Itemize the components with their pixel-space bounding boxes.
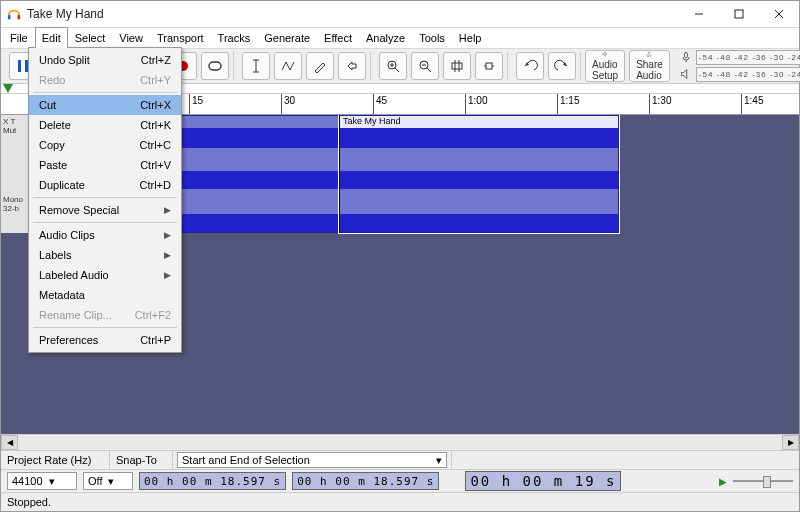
menu-tools[interactable]: Tools <box>412 28 452 48</box>
trim-button[interactable] <box>443 52 471 80</box>
playhead[interactable] <box>339 115 340 233</box>
chevron-down-icon: ▾ <box>49 475 55 488</box>
menu-view[interactable]: View <box>112 28 150 48</box>
svg-rect-6 <box>18 60 21 72</box>
svg-line-21 <box>395 68 399 72</box>
menu-item-labeled-audio[interactable]: Labeled Audio▶ <box>29 265 181 285</box>
menu-item-remove-special[interactable]: Remove Special▶ <box>29 200 181 220</box>
svg-rect-3 <box>735 10 743 18</box>
envelope-tool-button[interactable] <box>274 52 302 80</box>
submenu-arrow-icon: ▶ <box>164 250 171 260</box>
ruler-tick: 1:15 <box>557 94 558 114</box>
share-audio-button[interactable]: Share Audio <box>629 50 670 82</box>
audio-clip-selected[interactable]: Take My Hand <box>339 115 619 233</box>
audio-setup-label: Audio Setup <box>592 59 618 81</box>
snap-to-combo[interactable]: Off▾ <box>83 472 133 490</box>
minimize-button[interactable] <box>679 1 719 27</box>
silence-button[interactable] <box>475 52 503 80</box>
window-title: Take My Hand <box>27 7 679 21</box>
maximize-button[interactable] <box>719 1 759 27</box>
position-field[interactable]: 00 h 00 m 19 s <box>465 471 621 491</box>
menu-item-redo: RedoCtrl+Y <box>29 70 181 90</box>
chevron-down-icon: ▾ <box>108 475 114 488</box>
play-at-speed-button[interactable]: ▶ <box>719 476 727 487</box>
menu-item-cut[interactable]: CutCtrl+X <box>29 95 181 115</box>
menu-item-paste[interactable]: PasteCtrl+V <box>29 155 181 175</box>
project-rate-label: Project Rate (Hz) <box>1 451 110 469</box>
undo-button[interactable] <box>516 52 544 80</box>
chevron-down-icon: ▾ <box>436 454 442 467</box>
track-close-label: X T <box>3 117 28 126</box>
close-button[interactable] <box>759 1 799 27</box>
svg-rect-35 <box>684 52 687 57</box>
track-mute-label: Mut <box>3 126 28 135</box>
loop-button[interactable] <box>201 52 229 80</box>
menu-item-audio-clips[interactable]: Audio Clips▶ <box>29 225 181 245</box>
playback-meter[interactable]: -54 -48 -42 -36 -30 -24 -18 -12 -6 <box>696 67 800 82</box>
multi-tool-button[interactable] <box>338 52 366 80</box>
track-bit-label: 32-b <box>3 204 28 213</box>
playback-speed-slider[interactable] <box>733 480 793 482</box>
menu-file[interactable]: File <box>3 28 35 48</box>
status-bar: Stopped. <box>1 492 799 511</box>
horizontal-scrollbar[interactable]: ◀ ▶ <box>1 434 799 450</box>
selection-mode-combo[interactable]: Start and End of Selection ▾ <box>177 452 447 468</box>
menu-transport[interactable]: Transport <box>150 28 211 48</box>
redo-button[interactable] <box>548 52 576 80</box>
audio-setup-button[interactable]: Audio Setup <box>585 50 625 82</box>
menu-generate[interactable]: Generate <box>257 28 317 48</box>
svg-rect-15 <box>209 62 221 70</box>
svg-line-25 <box>427 68 431 72</box>
menu-select[interactable]: Select <box>68 28 113 48</box>
play-marker-icon <box>3 84 13 93</box>
zoom-out-button[interactable] <box>411 52 439 80</box>
menu-separator <box>33 222 177 223</box>
ruler-tick: 1:45 <box>741 94 742 114</box>
submenu-arrow-icon: ▶ <box>164 230 171 240</box>
svg-rect-1 <box>18 15 21 19</box>
menu-separator <box>33 327 177 328</box>
submenu-arrow-icon: ▶ <box>164 270 171 280</box>
selection-bar: Project Rate (Hz) Snap-To Start and End … <box>1 450 799 469</box>
track-header[interactable]: X T Mut Mono 32-b <box>1 115 31 233</box>
menu-item-duplicate[interactable]: DuplicateCtrl+D <box>29 175 181 195</box>
ruler-tick: 1:30 <box>649 94 650 114</box>
menu-item-copy[interactable]: CopyCtrl+C <box>29 135 181 155</box>
menu-tracks[interactable]: Tracks <box>211 28 258 48</box>
menu-item-delete[interactable]: DeleteCtrl+K <box>29 115 181 135</box>
svg-rect-32 <box>486 63 492 69</box>
menu-effect[interactable]: Effect <box>317 28 359 48</box>
svg-rect-27 <box>452 63 462 69</box>
menu-item-undo-split[interactable]: Undo SplitCtrl+Z <box>29 50 181 70</box>
menubar: FileEditSelectViewTransportTracksGenerat… <box>1 28 799 49</box>
svg-rect-0 <box>8 15 11 19</box>
project-rate-combo[interactable]: 44100▾ <box>7 472 77 490</box>
menu-item-preferences[interactable]: PreferencesCtrl+P <box>29 330 181 350</box>
menu-edit[interactable]: Edit <box>35 27 68 48</box>
record-meter[interactable]: -54 -48 -42 -36 -30 -24 -18 -12 -6 <box>696 50 800 65</box>
scroll-left-button[interactable]: ◀ <box>1 435 18 450</box>
selection-start-field[interactable]: 00 h 00 m 18.597 s <box>139 472 286 490</box>
status-text: Stopped. <box>7 496 51 508</box>
transport-bar: 44100▾ Off▾ 00 h 00 m 18.597 s 00 h 00 m… <box>1 469 799 492</box>
menu-help[interactable]: Help <box>452 28 489 48</box>
selection-tool-button[interactable] <box>242 52 270 80</box>
submenu-arrow-icon: ▶ <box>164 205 171 215</box>
selection-end-field[interactable]: 00 h 00 m 18.597 s <box>292 472 439 490</box>
snap-to-label: Snap-To <box>110 451 173 469</box>
share-audio-label: Share Audio <box>636 59 663 81</box>
ruler-tick: 30 <box>281 94 282 114</box>
menu-item-labels[interactable]: Labels▶ <box>29 245 181 265</box>
ruler-tick: 15 <box>189 94 190 114</box>
scroll-right-button[interactable]: ▶ <box>782 435 799 450</box>
track-mono-label: Mono <box>3 195 28 204</box>
menu-analyze[interactable]: Analyze <box>359 28 412 48</box>
app-icon <box>7 7 21 21</box>
zoom-in-button[interactable] <box>379 52 407 80</box>
menu-item-rename-clip-: Rename Clip...Ctrl+F2 <box>29 305 181 325</box>
speaker-icon <box>680 68 692 82</box>
draw-tool-button[interactable] <box>306 52 334 80</box>
titlebar: Take My Hand <box>1 1 799 28</box>
ruler-tick: 1:00 <box>465 94 466 114</box>
menu-item-metadata[interactable]: Metadata <box>29 285 181 305</box>
